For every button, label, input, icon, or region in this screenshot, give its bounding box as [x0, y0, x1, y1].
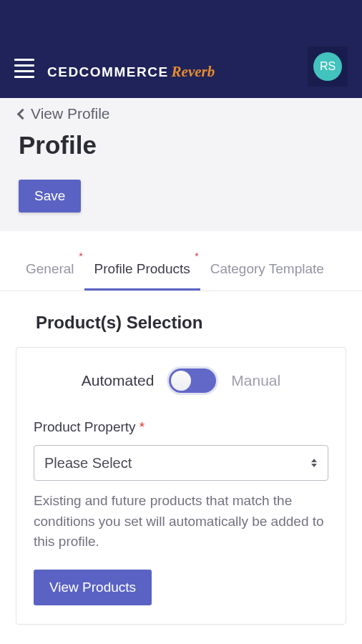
asterisk-icon: *	[79, 250, 82, 262]
select-wrap: Please Select	[34, 445, 328, 481]
section-title: Product(s) Selection	[0, 291, 362, 347]
chevron-left-icon	[17, 108, 29, 119]
tabs: General * Profile Products * Category Te…	[0, 247, 362, 291]
product-property-select[interactable]: Please Select	[34, 445, 328, 481]
page-title: Profile	[19, 131, 343, 160]
toggle-knob	[171, 371, 191, 391]
hamburger-icon[interactable]	[14, 59, 34, 78]
logo: CEDCOMMERCE Reverb	[47, 63, 308, 81]
content-section: General * Profile Products * Category Te…	[0, 247, 362, 625]
logo-main: CEDCOMMERCE	[47, 64, 169, 80]
logo-sub: Reverb	[172, 63, 215, 81]
selection-card: Automated Manual Product Property * Plea…	[16, 347, 346, 625]
breadcrumb[interactable]: View Profile	[19, 105, 343, 122]
breadcrumb-section: View Profile Profile Save	[0, 98, 362, 231]
toggle-label-automated: Automated	[82, 372, 155, 389]
tab-profile-products[interactable]: Profile Products *	[84, 247, 200, 291]
mode-toggle[interactable]	[167, 366, 218, 395]
toggle-label-manual: Manual	[231, 372, 280, 389]
tab-general[interactable]: General *	[16, 247, 84, 291]
help-text: Existing and future products that match …	[34, 491, 328, 552]
breadcrumb-label: View Profile	[31, 105, 110, 122]
header: CEDCOMMERCE Reverb RS	[0, 0, 362, 98]
asterisk-icon: *	[140, 419, 145, 434]
avatar-container: RS	[308, 47, 348, 87]
toggle-row: Automated Manual	[34, 366, 328, 395]
property-label: Product Property *	[34, 419, 328, 435]
view-products-button[interactable]: View Products	[34, 570, 152, 605]
tab-category-template[interactable]: Category Template	[200, 247, 334, 291]
save-button[interactable]: Save	[19, 180, 81, 213]
asterisk-icon: *	[195, 250, 198, 262]
avatar[interactable]: RS	[313, 52, 342, 81]
